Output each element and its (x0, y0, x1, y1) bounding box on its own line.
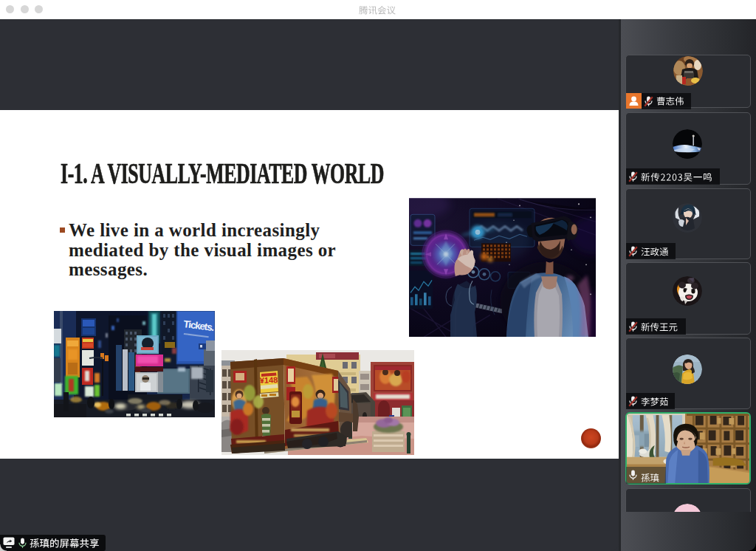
svg-text:¥148: ¥148 (260, 375, 278, 385)
